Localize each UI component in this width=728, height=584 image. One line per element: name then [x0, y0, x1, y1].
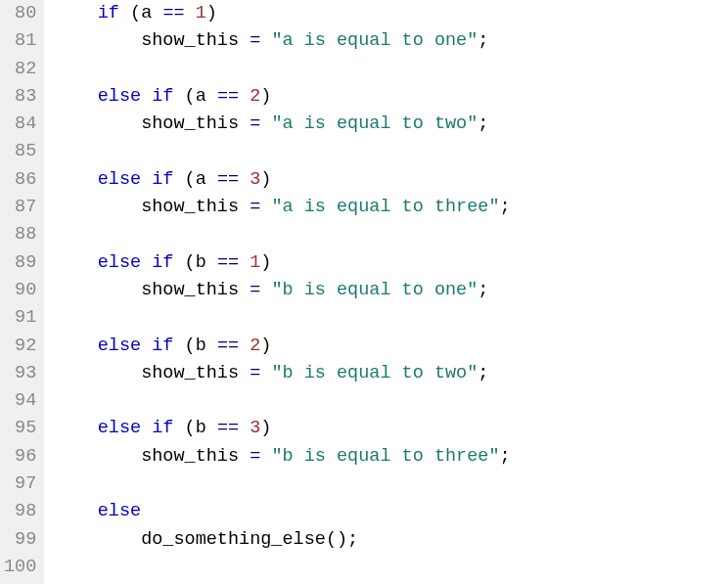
code-line[interactable]	[54, 554, 728, 581]
identifier: show_this	[141, 30, 239, 51]
keyword: else	[98, 86, 141, 107]
keyword: if	[152, 252, 173, 273]
code-line[interactable]: show_this = "b is equal to two";	[54, 360, 728, 387]
operator: ==	[217, 169, 239, 190]
code-line[interactable]: do_something_else();	[54, 526, 728, 554]
line-number: 100	[4, 554, 36, 581]
code-line[interactable]	[54, 471, 728, 498]
line-number: 96	[4, 443, 36, 471]
number-literal: 2	[250, 86, 260, 107]
operator: =	[250, 363, 260, 383]
line-number: 99	[4, 526, 36, 554]
operator: =	[250, 197, 260, 217]
identifier: show_this	[141, 280, 239, 300]
code-line[interactable]: else if (b == 2)	[54, 333, 728, 360]
keyword: else	[98, 252, 141, 273]
string-literal: "b is equal to two"	[271, 363, 478, 383]
identifier: a	[196, 86, 206, 107]
identifier: show_this	[141, 197, 239, 217]
operator: ==	[217, 86, 239, 107]
line-number: 90	[4, 277, 36, 304]
line-number: 94	[4, 387, 36, 415]
code-line[interactable]: show_this = "a is equal to three";	[54, 194, 728, 221]
punctuation: (	[185, 336, 196, 356]
code-line[interactable]	[54, 387, 728, 415]
operator: =	[250, 30, 260, 51]
operator: =	[250, 113, 260, 134]
string-literal: "b is equal to one"	[271, 280, 478, 300]
identifier: a	[141, 3, 152, 23]
punctuation: ;	[478, 363, 488, 383]
code-area[interactable]: if (a == 1) show_this = "a is equal to o…	[44, 0, 728, 584]
number-literal: 3	[250, 418, 260, 438]
number-literal: 2	[250, 336, 260, 356]
keyword: if	[98, 3, 119, 23]
identifier: show_this	[141, 113, 239, 134]
code-line[interactable]: show_this = "a is equal to two";	[54, 111, 728, 138]
line-number: 84	[4, 111, 36, 138]
keyword: else	[98, 169, 141, 190]
punctuation: ;	[478, 30, 488, 51]
keyword: else	[98, 336, 141, 356]
line-number: 86	[4, 166, 36, 194]
keyword: if	[152, 86, 173, 107]
function-name: do_something_else	[141, 529, 326, 550]
line-number: 89	[4, 249, 36, 277]
line-number: 98	[4, 498, 36, 525]
line-number: 82	[4, 56, 36, 83]
code-line[interactable]: show_this = "b is equal to three";	[54, 443, 728, 471]
string-literal: "a is equal to two"	[271, 113, 478, 134]
operator: ==	[162, 3, 184, 23]
string-literal: "b is equal to three"	[271, 446, 499, 467]
operator: ==	[217, 336, 239, 356]
punctuation: (	[185, 86, 196, 107]
line-number: 85	[4, 138, 36, 165]
keyword: if	[152, 418, 173, 438]
line-number: 92	[4, 333, 36, 360]
code-line[interactable]	[54, 56, 728, 83]
identifier: show_this	[141, 363, 239, 383]
line-number-gutter: 8081828384858687888990919293949596979899…	[0, 0, 44, 584]
punctuation: )	[260, 252, 271, 273]
punctuation: )	[260, 336, 271, 356]
punctuation: ;	[500, 446, 511, 467]
keyword: else	[98, 501, 141, 521]
punctuation: )	[206, 3, 217, 23]
code-line[interactable]: show_this = "a is equal to one";	[54, 27, 728, 55]
code-line[interactable]	[54, 304, 728, 332]
operator: =	[250, 280, 260, 300]
code-editor[interactable]: 8081828384858687888990919293949596979899…	[0, 0, 728, 584]
code-line[interactable]: if (a == 1)	[54, 0, 728, 27]
punctuation: (	[185, 252, 196, 273]
punctuation: (	[185, 418, 196, 438]
code-line[interactable]: show_this = "b is equal to one";	[54, 277, 728, 304]
code-line[interactable]	[54, 138, 728, 165]
punctuation: (	[130, 3, 141, 23]
number-literal: 3	[250, 169, 260, 190]
code-line[interactable]: else if (a == 2)	[54, 83, 728, 111]
number-literal: 1	[196, 3, 206, 23]
line-number: 95	[4, 415, 36, 442]
line-number: 81	[4, 27, 36, 55]
code-line[interactable]: else if (b == 1)	[54, 249, 728, 277]
line-number: 80	[4, 0, 36, 27]
code-line[interactable]: else if (a == 3)	[54, 166, 728, 194]
identifier: b	[196, 336, 206, 356]
identifier: show_this	[141, 446, 239, 467]
line-number: 93	[4, 360, 36, 387]
identifier: b	[196, 252, 206, 273]
identifier: b	[196, 418, 206, 438]
punctuation: ()	[326, 529, 347, 550]
string-literal: "a is equal to three"	[271, 197, 499, 217]
line-number: 91	[4, 304, 36, 332]
punctuation: ;	[478, 113, 488, 134]
punctuation: ;	[347, 529, 358, 550]
code-line[interactable]: else if (b == 3)	[54, 415, 728, 442]
line-number: 97	[4, 471, 36, 498]
number-literal: 1	[250, 252, 260, 273]
punctuation: ;	[500, 197, 511, 217]
punctuation: )	[260, 169, 271, 190]
code-line[interactable]: else	[54, 498, 728, 525]
identifier: a	[196, 169, 206, 190]
code-line[interactable]	[54, 221, 728, 248]
